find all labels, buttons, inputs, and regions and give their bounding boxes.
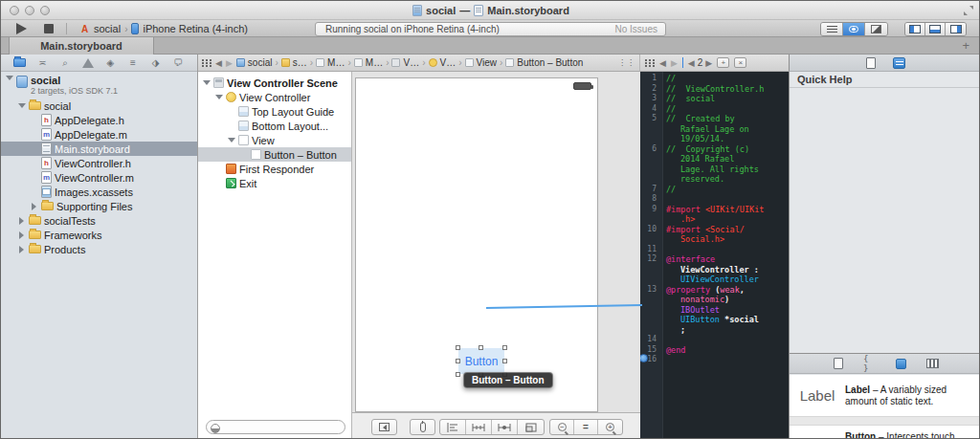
disclosure-triangle[interactable] (214, 95, 223, 99)
tab-main-storyboard[interactable]: Main.storyboard (9, 37, 154, 55)
issue-navigator-icon[interactable] (81, 57, 94, 69)
breadcrumb-item[interactable]: Button – Button (505, 57, 583, 68)
version-editor-button[interactable] (865, 23, 887, 35)
code-line[interactable]: .h> (640, 214, 789, 225)
test-navigator-icon[interactable]: ◈ (104, 57, 117, 69)
assistant-forward-button[interactable]: ▶ (671, 58, 678, 68)
file-row[interactable]: Images.xcassets (1, 185, 197, 199)
breadcrumb-item[interactable]: V… (429, 57, 457, 68)
code-line[interactable]: Rafael Lage on (640, 124, 789, 135)
file-row[interactable]: ViewController.h (1, 156, 197, 170)
outline-row[interactable]: First Responder (198, 162, 351, 176)
code-line[interactable]: IBOutlet (640, 305, 789, 316)
code-line[interactable]: 5// Created by (640, 114, 789, 124)
code-line[interactable]: 10#import <Social/ (640, 225, 789, 235)
disclosure-triangle[interactable] (17, 231, 26, 239)
resizing-behavior-button[interactable] (518, 420, 544, 434)
log-navigator-icon[interactable]: 🗩 (172, 57, 185, 69)
file-inspector-icon[interactable] (866, 57, 876, 69)
symbol-navigator-icon[interactable]: ≍ (36, 57, 49, 69)
code-line[interactable]: Social.h> (640, 234, 789, 245)
outline-row[interactable]: View Controller Scene (198, 76, 351, 90)
resize-handle[interactable] (502, 345, 507, 350)
code-line[interactable]: Lage. All rights (640, 165, 789, 175)
resize-handle[interactable] (479, 345, 483, 350)
project-row[interactable]: social 2 targets, iOS SDK 7.1 (1, 74, 197, 99)
code-line[interactable]: 3// social (640, 94, 789, 104)
jump-bar-menu-icon[interactable]: ⋮⋮ (618, 58, 635, 67)
resize-handle[interactable] (456, 345, 460, 350)
assistant-related-items-icon[interactable] (645, 59, 655, 67)
pin-constraints-button[interactable] (466, 420, 492, 434)
code-line[interactable]: 11 (640, 245, 789, 255)
disclosure-triangle[interactable] (17, 246, 26, 253)
assistant-code-editor[interactable]: 1//2// ViewController.h3// social4//5// … (640, 72, 789, 439)
disclosure-triangle[interactable] (5, 76, 13, 80)
outline-row[interactable]: Exit (198, 176, 351, 190)
related-items-icon[interactable] (202, 59, 212, 67)
code-line[interactable]: 12@interface (640, 254, 789, 265)
code-line[interactable]: nonatomic) (640, 295, 789, 305)
breadcrumb-item[interactable]: View (465, 57, 498, 68)
counterpart-prev-button[interactable]: ◀ (688, 58, 695, 68)
fullscreen-icon[interactable] (963, 5, 974, 16)
run-button[interactable] (16, 23, 27, 34)
file-row[interactable]: social (1, 99, 197, 113)
outline-row[interactable]: Top Layout Guide (198, 104, 351, 119)
code-line[interactable]: UIViewController (640, 274, 789, 285)
back-button[interactable]: ◀ (215, 58, 222, 68)
code-line[interactable]: UIButton *social (640, 315, 789, 325)
code-line[interactable]: 19/05/14. (640, 134, 789, 144)
file-row[interactable]: socialTests (1, 213, 197, 228)
breakpoint-navigator-icon[interactable]: ⬗ (149, 57, 162, 69)
breadcrumb-item[interactable]: social (236, 57, 273, 68)
standard-editor-button[interactable] (821, 23, 843, 35)
code-line[interactable]: 16 (640, 355, 789, 365)
code-line[interactable]: 9#import <UIKit/UIKit (640, 205, 789, 215)
code-line[interactable]: 6// Copyright (c) (640, 144, 789, 155)
outline-row[interactable]: View Controller (198, 90, 351, 104)
outline-row[interactable]: Button – Button (198, 147, 351, 162)
zoom-out-button[interactable]: − (550, 420, 574, 434)
disclosure-triangle[interactable] (30, 203, 38, 210)
close-assistant-editor-button[interactable]: × (734, 57, 746, 68)
code-snippet-library-icon[interactable]: { } (863, 358, 876, 369)
disclosure-triangle[interactable] (17, 103, 26, 108)
scheme-selector[interactable]: A social › iPhone Retina (4-inch) (79, 20, 248, 37)
resize-handle[interactable] (456, 372, 460, 377)
outline-row[interactable]: Bottom Layout... (198, 119, 351, 133)
breadcrumb-item[interactable]: s… (281, 57, 307, 68)
code-line[interactable]: 15@end (640, 345, 789, 356)
breadcrumb-item[interactable]: V… (391, 57, 419, 68)
disclosure-triangle[interactable] (17, 217, 26, 225)
zoom-actual-size-button[interactable]: = (574, 420, 598, 434)
file-template-library-icon[interactable] (832, 358, 844, 369)
file-row[interactable]: AppDelegate.m (1, 127, 197, 142)
debug-navigator-icon[interactable]: ≡ (126, 57, 139, 69)
quick-help-inspector-icon[interactable] (893, 57, 905, 69)
new-tab-button[interactable]: + (962, 38, 969, 53)
file-row[interactable]: Frameworks (1, 228, 197, 242)
file-row[interactable]: Supporting Files (1, 199, 197, 213)
code-line[interactable]: ; (640, 325, 789, 336)
align-constraints-button[interactable] (440, 420, 466, 434)
file-row[interactable]: ViewController.m (1, 170, 197, 185)
resize-handle[interactable] (502, 359, 507, 363)
add-assistant-editor-button[interactable]: + (717, 57, 729, 68)
assistant-editor-button[interactable] (843, 23, 865, 35)
counterpart-next-button[interactable]: ▶ (705, 58, 712, 68)
resize-handle[interactable] (456, 359, 460, 363)
toggle-utilities-button[interactable] (946, 23, 966, 35)
code-line[interactable]: 2// ViewController.h (640, 84, 789, 95)
media-library-icon[interactable] (926, 358, 939, 369)
project-navigator-icon[interactable] (13, 57, 26, 69)
assistant-back-button[interactable]: ◀ (659, 58, 666, 68)
library-item[interactable]: Button – Intercepts touch events and (790, 426, 980, 439)
breadcrumb-item[interactable]: M… (316, 57, 345, 68)
code-line[interactable]: 7// (640, 185, 789, 195)
view-controller-view[interactable]: Button Button – Button (355, 77, 598, 412)
code-line[interactable]: 8 (640, 194, 789, 205)
interface-builder-canvas[interactable]: Button Button – Button (352, 72, 640, 439)
disclosure-triangle[interactable] (227, 138, 235, 143)
code-line[interactable]: 2014 Rafael (640, 154, 789, 165)
